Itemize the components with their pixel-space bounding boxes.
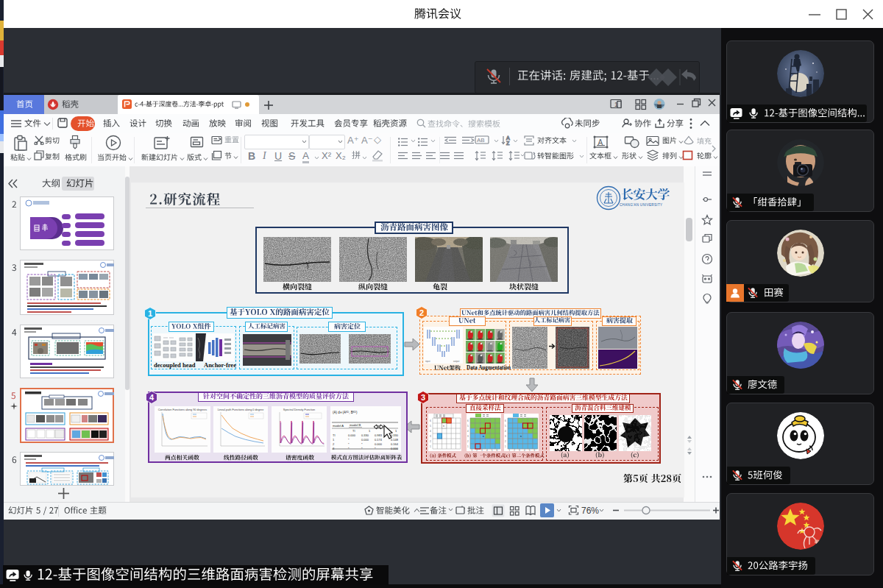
svg-text:input: input — [425, 360, 430, 363]
svg-text:model B: model B — [350, 423, 361, 427]
svg-text:3: 3 — [421, 393, 425, 402]
svg-text:TI: TI — [333, 433, 336, 437]
svg-text:A: A — [506, 135, 510, 141]
svg-text:n: n — [483, 435, 484, 438]
svg-text:model A: model A — [333, 424, 344, 428]
svg-text:TI: TI — [352, 429, 355, 433]
svg-text:n: n — [520, 435, 522, 438]
svg-text:0.000: 0.000 — [348, 433, 356, 437]
svg-text:Z: Z — [506, 141, 510, 146]
svg-text:Spectral Density Function: Spectral Density Function — [283, 408, 315, 411]
svg-text:2: 2 — [419, 308, 424, 317]
svg-text:Lineal-path Functions along 0: Lineal-path Functions along 0 degree — [218, 408, 264, 411]
svg-text:0.330: 0.330 — [361, 433, 369, 437]
svg-text:n: n — [443, 425, 444, 428]
svg-text:AB: AB — [477, 137, 485, 144]
svg-text:1: 1 — [148, 309, 152, 318]
svg-text:0.000: 0.000 — [375, 442, 383, 446]
svg-text:Correlation Functions along 90: Correlation Functions along 90 degrees — [158, 408, 208, 411]
svg-text:1: 1 — [614, 101, 618, 108]
svg-text:0.000: 0.000 — [391, 447, 399, 450]
svg-text:0.000: 0.000 — [361, 438, 369, 442]
svg-text:0.164: 0.164 — [391, 442, 399, 446]
svg-text:output: output — [453, 360, 460, 363]
svg-text:4: 4 — [149, 393, 155, 402]
